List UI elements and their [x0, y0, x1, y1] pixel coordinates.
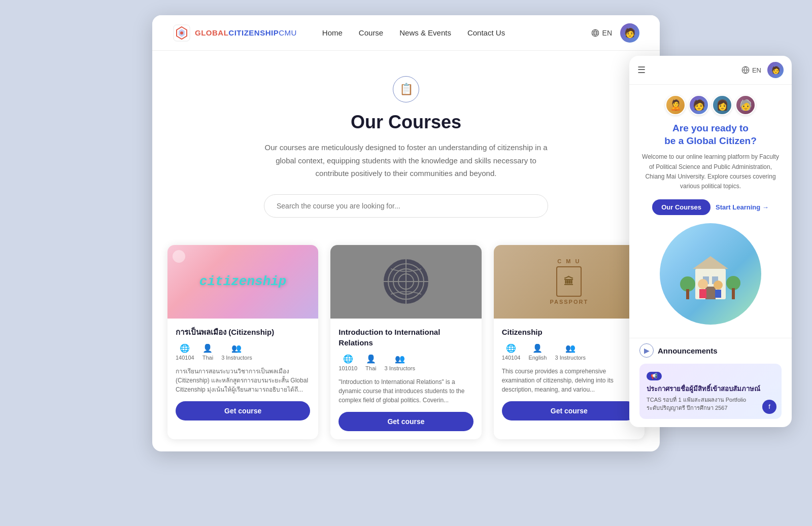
lang-icon-2: 👤 — [366, 354, 376, 364]
logo-text: GLOBALCITIZENSHIPCMU — [195, 28, 297, 37]
nav-right: EN 🧑 — [591, 23, 639, 43]
lang-label: EN — [602, 29, 612, 37]
side-panel-header: ☰ EN 🧑 — [629, 56, 792, 85]
svg-marker-13 — [693, 256, 728, 269]
search-input[interactable] — [264, 194, 548, 218]
get-course-btn-3[interactable]: Get course — [502, 401, 636, 420]
lang-icon-3: 👤 — [532, 343, 543, 353]
course-card-3: C M U 🏛 PASSPORT Citizenship 🌐 140104 👤 … — [494, 245, 645, 439]
course-image-1: citizenship — [167, 245, 318, 319]
course-code-2: 🌐 101010 — [339, 354, 357, 371]
svg-rect-24 — [715, 290, 721, 298]
svg-point-3 — [180, 31, 183, 34]
search-bar — [264, 194, 548, 218]
course-code-3: 🌐 140104 — [502, 343, 521, 361]
nav-news-events[interactable]: News & Events — [399, 28, 451, 37]
code-icon-2: 🌐 — [343, 354, 353, 364]
card-description-3: This course provides a comprehensive exa… — [502, 367, 636, 394]
ann-tag: 📢 — [647, 372, 662, 380]
lang-icon-1: 👤 — [202, 343, 213, 353]
hero-section: 📋 Our Courses Our courses are meticulous… — [152, 51, 660, 233]
lang-button[interactable]: EN — [591, 28, 612, 38]
course-instructors-3: 👥 3 Instructors — [555, 343, 586, 361]
side-description: Welcome to our online learning platform … — [639, 152, 782, 191]
instructor-icon-3: 👥 — [565, 343, 576, 353]
instructor-icon-2: 👥 — [395, 354, 405, 364]
course-image-2 — [330, 245, 481, 319]
svg-point-19 — [726, 276, 740, 290]
ann-badge: f — [762, 400, 776, 414]
announcement-card[interactable]: 📢 ประกาศรายชื่อผู้มีสิทธิ์เข้าสอบสัมภาษณ… — [639, 364, 782, 419]
course-lang-1: 👤 Thai — [202, 343, 213, 361]
side-avatar[interactable]: 🧑 — [767, 62, 784, 78]
nav-contact-us[interactable]: Contact Us — [467, 28, 505, 37]
logo: GLOBALCITIZENSHIPCMU — [173, 24, 297, 42]
avatar-group: 🙎 🧑 👩 🧓 — [639, 95, 782, 115]
side-panel: ☰ EN 🧑 🙎 🧑 👩 🧓 Are you ready to be a Glo… — [629, 56, 792, 427]
side-actions: Our Courses Start Learning → — [639, 199, 782, 215]
announcements-section: ▶ Announcements 📢 ประกาศรายชื่อผู้มีสิทธ… — [629, 338, 792, 427]
card-description-1: การเรียนการสอนระบวนวิชาการเป็นพลเมือง (C… — [176, 367, 310, 394]
card-meta-1: 🌐 140104 👤 Thai 👥 3 Instructors — [176, 343, 310, 361]
hero-title: Our Courses — [173, 112, 639, 133]
ann-detail: ระดับปริญญาตรี ปีการศึกษา 2567 — [647, 404, 774, 412]
card-title-2: Introduction to International Relations — [339, 327, 473, 348]
svg-rect-20 — [732, 288, 735, 299]
avatar[interactable]: 🧑 — [620, 23, 639, 43]
card-body-1: การเป็นพลเมือง (Citizenship) 🌐 140104 👤 … — [167, 319, 318, 429]
hamburger-icon[interactable]: ☰ — [637, 64, 646, 76]
card-title-3: Citizenship — [502, 327, 636, 337]
card-meta-2: 🌐 101010 👤 Thai 👥 3 Instructors — [339, 354, 473, 371]
our-courses-btn[interactable]: Our Courses — [652, 199, 710, 215]
svg-point-21 — [698, 279, 708, 289]
side-heading: Are you ready to be a Global Citizen? — [639, 122, 782, 147]
course-card-2: Introduction to International Relations … — [330, 245, 481, 439]
card-description-2: "Introduction to International Relations… — [339, 377, 473, 405]
course-code-1: 🌐 140104 — [176, 343, 194, 361]
course-image-3: C M U 🏛 PASSPORT — [494, 245, 645, 319]
announcements-icon: ▶ — [639, 343, 654, 358]
nav-course[interactable]: Course — [359, 28, 383, 37]
main-window: GLOBALCITIZENSHIPCMU Home Course News & … — [152, 15, 660, 451]
card-title-1: การเป็นพลเมือง (Citizenship) — [176, 327, 310, 337]
hero-description: Our courses are meticulously designed to… — [259, 141, 553, 180]
ann-subtitle: TCAS รอบที่ 1 แฟ้มสะสมผลงาน Portfolio — [647, 396, 774, 404]
illustration-circle — [660, 223, 761, 325]
course-lang-3: 👤 English — [528, 343, 547, 361]
course-card-1: citizenship การเป็นพลเมือง (Citizenship)… — [167, 245, 318, 439]
svg-rect-16 — [705, 287, 716, 299]
side-lang: EN — [741, 65, 761, 75]
side-hero: 🙎 🧑 👩 🧓 Are you ready to be a Global Cit… — [629, 85, 792, 338]
courses-grid: citizenship การเป็นพลเมือง (Citizenship)… — [152, 233, 660, 451]
svg-rect-22 — [699, 289, 706, 298]
navbar: GLOBALCITIZENSHIPCMU Home Course News & … — [152, 15, 660, 51]
code-icon-3: 🌐 — [506, 343, 516, 353]
card-body-2: Introduction to International Relations … — [330, 319, 481, 439]
course-instructors-2: 👥 3 Instructors — [384, 354, 415, 371]
mini-avatar-1: 🙎 — [665, 95, 686, 115]
nav-home[interactable]: Home — [322, 28, 343, 37]
get-course-btn-2[interactable]: Get course — [339, 412, 473, 431]
instructor-icon-1: 👥 — [231, 343, 242, 353]
side-lang-label: EN — [752, 66, 761, 74]
course-instructors-1: 👥 3 Instructors — [221, 343, 252, 361]
card-body-3: Citizenship 🌐 140104 👤 English 👥 3 Instr… — [494, 319, 645, 429]
mini-avatar-3: 👩 — [712, 95, 732, 115]
course-lang-2: 👤 Thai — [365, 354, 376, 371]
card-meta-3: 🌐 140104 👤 English 👥 3 Instructors — [502, 343, 636, 361]
mini-avatar-4: 🧓 — [735, 95, 756, 115]
mini-avatar-2: 🧑 — [689, 95, 709, 115]
get-course-btn-1[interactable]: Get course — [176, 401, 310, 420]
svg-rect-18 — [686, 289, 689, 299]
nav-links: Home Course News & Events Contact Us — [322, 28, 591, 38]
hero-icon: 📋 — [393, 76, 419, 102]
ann-title: ประกาศรายชื่อผู้มีสิทธิ์เข้าสอบสัมภาษณ์ — [647, 383, 774, 394]
announcements-title: ▶ Announcements — [639, 343, 782, 358]
start-learning-btn[interactable]: Start Learning → — [716, 199, 769, 215]
code-icon-1: 🌐 — [180, 343, 190, 353]
svg-point-23 — [714, 280, 723, 290]
